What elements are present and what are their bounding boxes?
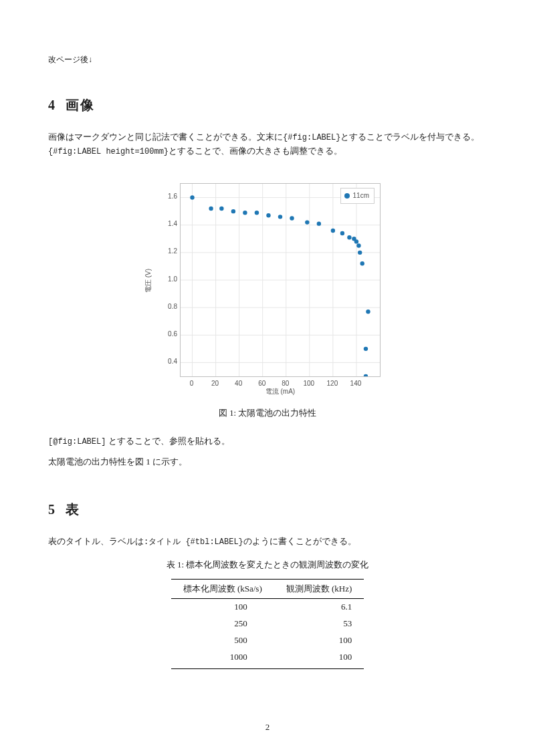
chart-data-point [317, 221, 321, 225]
chart-y-tick: 1.0 [161, 274, 177, 285]
sec4-code-2: {#fig:LABEL height=100mm} [48, 147, 169, 156]
chart-data-point [331, 228, 335, 232]
page-number: 2 [0, 721, 535, 735]
figure-caption-text: 太陽電池の出力特性 [238, 408, 316, 418]
chart-legend: 11cm [340, 188, 374, 204]
section-5-heading: 5表 [48, 499, 487, 520]
sec4-text-1: 画像はマークダウンと同じ記法で書くことができる。文末に [48, 132, 283, 142]
chart-data-point [360, 261, 364, 265]
section-5-paragraph: 表のタイトル、ラベルは:タイトル {#tbl:LABEL}のように書くことができ… [48, 535, 487, 549]
chart-data-point [219, 206, 223, 210]
section-4-number: 4 [48, 98, 56, 112]
table-cell: 100 [171, 599, 274, 616]
table-cell: 53 [274, 616, 364, 632]
chart-data-point [266, 213, 270, 217]
section-4-heading: 4画像 [48, 94, 487, 116]
chart-data-point [209, 206, 213, 210]
figure-1-caption: 図 1: 太陽電池の出力特性 [219, 406, 316, 420]
chart-x-axis-label: 電流 (mA) [180, 386, 381, 397]
figure-caption-prefix: 図 1: [219, 408, 238, 418]
section-4-paragraph: 画像はマークダウンと同じ記法で書くことができる。文末に{#fig:LABEL}と… [48, 130, 487, 158]
section-5-number: 5 [48, 502, 56, 517]
chart-data-point [278, 215, 282, 219]
chart-y-tick: 0.4 [161, 356, 177, 367]
figure-reference-note: [@fig:LABEL] とすることで、参照を貼れる。 [48, 434, 487, 449]
sec4-code-1: {#fig:LABEL} [283, 133, 340, 142]
figure-ref-text: とすることで、参照を貼れる。 [106, 436, 229, 446]
table-cell: 100 [274, 649, 364, 668]
chart-data-point [190, 195, 194, 199]
figure-1: 電圧 (V) 0.40.60.81.01.21.41.6 11cm 020406… [48, 178, 487, 428]
section-5-title: 表 [66, 502, 80, 517]
chart-legend-label: 11cm [353, 191, 369, 201]
table-cell: 100 [274, 632, 364, 649]
chart-data-point [364, 346, 368, 350]
sec5-code-1: :タイトル {#tbl:LABEL} [144, 537, 243, 547]
table-cell: 6.1 [274, 599, 364, 616]
table-1-caption: 表 1: 標本化周波数を変えたときの観測周波数の変化 [48, 558, 487, 572]
table-1: 標本化周波数 (kSa/s) 観測周波数 (kHz) 1006.12505350… [171, 579, 364, 669]
sec5-text-2: のように書くことができる。 [243, 536, 356, 546]
sec5-text-1: 表のタイトル、ラベルは [48, 536, 144, 546]
table-cell: 500 [171, 632, 274, 649]
chart-y-tick: 1.6 [161, 191, 177, 202]
table-row: 1006.1 [171, 599, 364, 616]
sec4-text-2: とすることでラベルを付与できる。 [340, 132, 479, 142]
chart-plot-area: 11cm [180, 183, 381, 377]
table-row: 1000100 [171, 649, 364, 668]
section-4-title: 画像 [66, 98, 95, 112]
chart-data-point [364, 374, 368, 376]
chart-y-axis-label: 電圧 (V) [143, 283, 154, 293]
page-break-note: 改ページ後↓ [48, 53, 487, 66]
table-cell: 1000 [171, 649, 274, 668]
chart-data-point [243, 211, 247, 215]
chart-data-point [340, 231, 344, 235]
chart-y-tick: 0.8 [161, 301, 177, 312]
chart-data-point [354, 239, 358, 243]
chart-data-point [290, 216, 294, 220]
chart-y-tick: 1.2 [161, 246, 177, 257]
chart-data-point [231, 209, 235, 213]
chart-data-point [358, 250, 362, 254]
figure-reference-example: 太陽電池の出力特性を図 1 に示す。 [48, 455, 487, 469]
legend-marker-icon [344, 193, 350, 199]
chart-y-tick: 1.4 [161, 219, 177, 229]
table-caption-text: 標本化周波数を変えたときの観測周波数の変化 [186, 559, 368, 570]
chart-data-point [366, 309, 370, 313]
table-row: 25053 [171, 616, 364, 632]
chart-y-tick: 0.6 [161, 329, 177, 340]
chart-data-point [305, 220, 309, 224]
chart-data-point [347, 235, 351, 239]
figure-ref-code: [@fig:LABEL] [48, 437, 106, 447]
table-cell: 250 [171, 616, 274, 632]
sec4-text-3: とすることで、画像の大きさも調整できる。 [169, 146, 342, 156]
chart-data-point [255, 211, 259, 215]
chart-data-point [356, 243, 360, 247]
scatter-chart: 電圧 (V) 0.40.60.81.01.21.41.6 11cm 020406… [144, 178, 391, 398]
table-caption-prefix: 表 1: [167, 559, 187, 570]
table-header-1: 標本化周波数 (kSa/s) [171, 579, 274, 599]
table-header-2: 観測周波数 (kHz) [274, 579, 364, 599]
table-row: 500100 [171, 632, 364, 649]
